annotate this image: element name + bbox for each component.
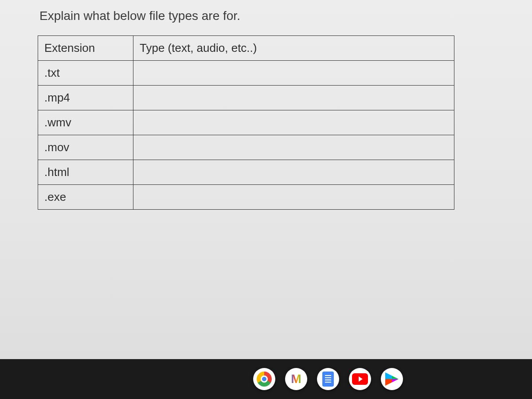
col-header-extension: Extension (38, 36, 133, 61)
cell-extension: .wmv (38, 110, 133, 135)
col-header-type: Type (text, audio, etc..) (133, 36, 454, 61)
file-types-table: Extension Type (text, audio, etc..) .txt… (38, 35, 454, 210)
table-header-row: Extension Type (text, audio, etc..) (38, 36, 454, 61)
cell-extension: .mov (38, 135, 133, 160)
document-area: Explain what below file types are for. E… (0, 0, 532, 359)
cell-type[interactable] (133, 61, 454, 86)
cell-extension: .exe (38, 185, 133, 210)
cell-extension: .txt (38, 61, 133, 86)
gmail-icon[interactable]: M (285, 368, 307, 390)
docs-icon[interactable] (317, 368, 339, 390)
table-row: .mov (38, 135, 454, 160)
cell-type[interactable] (133, 86, 454, 110)
cell-type[interactable] (133, 185, 454, 210)
cell-extension: .html (38, 160, 133, 185)
cell-type[interactable] (133, 110, 454, 135)
play-store-icon[interactable] (381, 368, 403, 390)
taskbar-shelf: M (0, 359, 532, 399)
instruction-text: Explain what below file types are for. (39, 9, 508, 23)
cell-type[interactable] (133, 135, 454, 160)
table-row: .html (38, 160, 454, 185)
document-content: Explain what below file types are for. E… (38, 9, 508, 210)
table-row: .txt (38, 61, 454, 86)
cell-type[interactable] (133, 160, 454, 185)
cell-extension: .mp4 (38, 86, 133, 110)
table-row: .wmv (38, 110, 454, 135)
chrome-icon[interactable] (253, 368, 275, 390)
youtube-icon[interactable] (349, 368, 371, 390)
table-row: .mp4 (38, 86, 454, 110)
table-row: .exe (38, 185, 454, 210)
